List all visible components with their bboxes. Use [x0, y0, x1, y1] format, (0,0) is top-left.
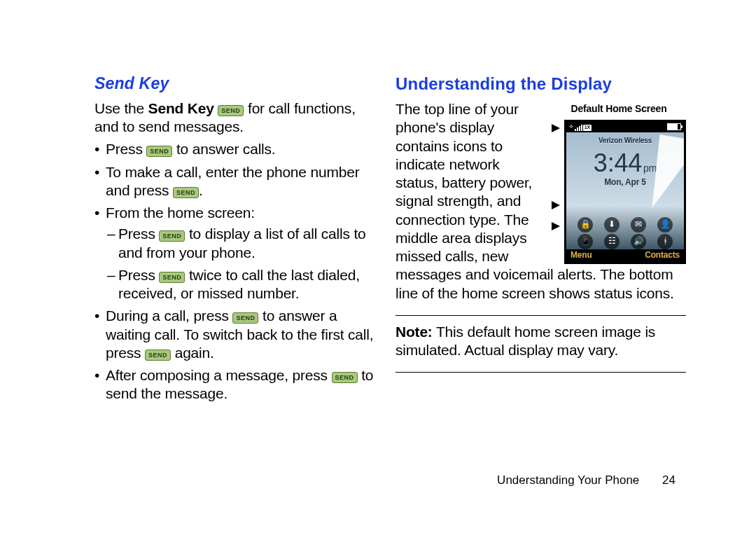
phone-mockup-block: Default Home Screen ⟡ 1X — [552, 103, 686, 264]
download-icon: ⬇ — [604, 217, 620, 233]
send-key-icon: SEND — [232, 312, 258, 324]
voicemail-icon: 👤 — [657, 217, 673, 233]
list-item: To make a call, enter the phone number a… — [104, 163, 374, 200]
callout-arrows — [552, 120, 560, 264]
send-key-icon: SEND — [332, 372, 358, 383]
arrow-icon — [552, 124, 560, 132]
heading-send-key: Send Key — [94, 74, 374, 94]
footer-section: Understanding Your Phone — [497, 473, 639, 487]
list-item: During a call, press SEND to answer a wa… — [104, 307, 374, 362]
bluetooth-icon: ᚼ — [657, 234, 673, 249]
list-item: Press SEND to display a list of all call… — [118, 225, 374, 262]
send-key-icon: SEND — [173, 187, 199, 198]
heading-understanding-display: Understanding the Display — [396, 74, 686, 95]
list-item: Press SEND to answer calls. — [104, 140, 374, 158]
phone-icon: 📱 — [578, 234, 593, 249]
bullet-list: Press SEND to answer calls. To make a ca… — [94, 140, 374, 403]
keypad-icon: ☷ — [604, 234, 620, 249]
signal-icon: ⟡ 1X — [569, 123, 592, 130]
send-key-icon: SEND — [145, 349, 171, 361]
softkey-bar: Menu Contacts — [566, 249, 684, 262]
right-column: Understanding the Display Default Home S… — [396, 74, 686, 408]
network-1x-icon: 1X — [583, 125, 592, 131]
softkey-contacts: Contacts — [645, 250, 680, 261]
mockup-caption: Default Home Screen — [552, 103, 686, 116]
send-key-icon: SEND — [146, 146, 172, 157]
softkey-menu: Menu — [570, 250, 592, 261]
list-item: After composing a message, press SEND to… — [104, 366, 374, 403]
status-bar: ⟡ 1X — [566, 122, 684, 132]
page-footer: Understanding Your Phone 24 — [497, 473, 676, 487]
sailboat-graphic — [652, 134, 686, 208]
lock-icon: 🔒 — [578, 217, 593, 233]
battery-icon — [667, 123, 681, 130]
left-column: Send Key Use the Send Key SEND for call … — [94, 74, 374, 408]
page-number: 24 — [662, 473, 676, 487]
intro-text: Use the Send Key SEND for call functions… — [94, 99, 374, 137]
send-key-icon: SEND — [159, 272, 185, 283]
send-key-icon: SEND — [218, 105, 244, 116]
phone-screen: ⟡ 1X Verizon Wireless 3:44pm Mon, Apr 5 … — [564, 120, 686, 264]
divider — [396, 315, 686, 316]
send-key-icon: SEND — [159, 230, 185, 242]
list-item: From the home screen: Press SEND to disp… — [104, 204, 374, 303]
arrow-icon — [552, 201, 560, 209]
shortcut-row-1: 🔒 ⬇ ✉ 👤 — [566, 217, 684, 233]
divider — [396, 372, 686, 373]
volume-icon: 🔊 — [631, 234, 646, 249]
note-text: Note: This default home screen image is … — [396, 323, 686, 360]
sub-list: Press SEND to display a list of all call… — [106, 225, 374, 303]
shortcut-row-2: 📱 ☷ 🔊 ᚼ — [566, 234, 684, 249]
list-item: Press SEND twice to call the last dialed… — [118, 266, 374, 303]
arrow-icon — [552, 222, 560, 230]
message-icon: ✉ — [631, 217, 646, 233]
